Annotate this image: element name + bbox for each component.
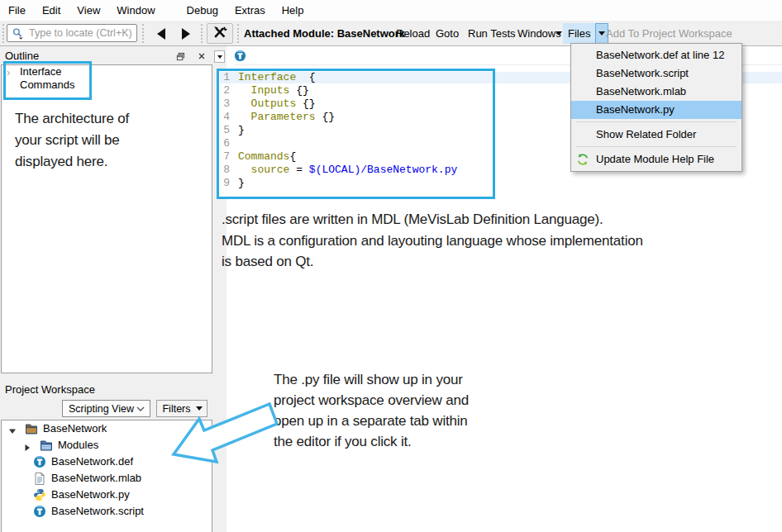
menu-separator	[576, 121, 737, 122]
annotation-line: displayed here.	[15, 151, 129, 173]
menubar-item-view[interactable]: View	[69, 0, 108, 21]
menubar: FileEditViewWindowDebugExtrasHelp	[0, 0, 782, 21]
tree-item-basenetwork-def[interactable]: BaseNetwork.def	[2, 454, 212, 470]
menubar-item-extras[interactable]: Extras	[226, 0, 274, 21]
search-input[interactable]	[27, 26, 136, 40]
annotation-line: .script files are written in MDL (MeVisL…	[222, 209, 643, 230]
back-icon	[157, 28, 165, 40]
view-selector-dropdown[interactable]: Scripting View	[62, 400, 150, 417]
folder-icon	[40, 439, 53, 452]
project-workspace-tree: BaseNetworkModulesBaseNetwork.defBaseNet…	[1, 420, 212, 532]
search-icon	[12, 27, 24, 40]
tree-item-basenetwork-mlab[interactable]: BaseNetwork.mlab	[2, 470, 212, 487]
tree-item-basenetwork-py[interactable]: BaseNetwork.py	[2, 487, 212, 503]
menubar-item-file[interactable]: File	[0, 0, 34, 21]
toolbar-separator	[237, 24, 239, 43]
toolbar-separator	[201, 24, 203, 43]
tree-item-label: BaseNetwork.script	[51, 503, 144, 520]
chevron-down-icon	[556, 31, 562, 36]
menubar-item-help[interactable]: Help	[274, 0, 312, 21]
menu-item-update-module-help-file[interactable]: Update Module Help File	[571, 150, 741, 169]
annotation-line: your script will be	[15, 130, 129, 151]
files-menu-label: Files	[563, 23, 595, 44]
annotation-line: project workspace overview and	[274, 390, 469, 411]
filters-label: Filters	[157, 403, 196, 415]
menu-item-label: BaseNetwork.def at line 12	[596, 49, 724, 61]
close-icon[interactable]	[195, 50, 208, 62]
menu-item-show-related-folder[interactable]: Show Related Folder	[571, 126, 741, 144]
chevron-down-icon	[136, 406, 145, 411]
mdl-annotation: .script files are written in MDL (MeVisL…	[222, 209, 643, 273]
menu-item-label: BaseNetwork.mlab	[596, 85, 686, 97]
annotation-line: open up in a separate tab within	[274, 411, 469, 431]
annotation-line: MDL is a configuration and layouting lan…	[222, 230, 643, 252]
project-workspace-controls: Scripting View Filters	[0, 398, 213, 421]
menu-item-basenetwork-script[interactable]: BaseNetwork.script	[571, 64, 741, 83]
attached-module-label: Attached Module: BaseNetwork	[244, 21, 405, 46]
tree-item-basenetwork[interactable]: BaseNetwork	[2, 420, 212, 437]
windows-menu-button[interactable]: Windows	[517, 21, 561, 46]
menu-item-label: Show Related Folder	[596, 128, 696, 140]
chevron-down-icon	[598, 31, 605, 36]
annotation-line: The architecture of	[15, 108, 129, 130]
menu-item-basenetwork-def-at-line-12[interactable]: BaseNetwork.def at line 12	[571, 46, 741, 64]
project-workspace-header: Project Workspace	[0, 382, 213, 398]
project-folder-icon	[25, 422, 38, 435]
files-menu-button[interactable]: Files	[563, 23, 608, 44]
tree-item-modules[interactable]: Modules	[2, 437, 212, 454]
goto-button[interactable]: Goto	[436, 21, 459, 46]
menu-separator	[576, 146, 737, 147]
project-workspace-title: Project Workspace	[5, 383, 95, 396]
document-icon	[33, 472, 46, 485]
search-box[interactable]	[7, 24, 137, 42]
outline-panel-title: Outline	[5, 50, 39, 62]
breadcrumb-dropdown-button[interactable]	[214, 50, 225, 63]
left-dock: Outline ›InterfaceCommands The architect…	[0, 46, 213, 532]
outline-highlight-box	[3, 61, 92, 100]
files-dropdown-menu: BaseNetwork.def at line 12BaseNetwork.sc…	[570, 43, 742, 172]
refresh-icon	[576, 153, 589, 166]
code-highlight-box	[217, 69, 495, 199]
tree-item-label: Modules	[58, 437, 98, 454]
tree-item-label: BaseNetwork	[43, 420, 107, 437]
menubar-item-debug[interactable]: Debug	[179, 0, 226, 21]
annotation-line: is based on Qt.	[222, 251, 643, 273]
chevron-down-icon	[196, 406, 203, 411]
float-icon[interactable]	[174, 50, 187, 62]
reload-button[interactable]: Reload	[396, 21, 430, 46]
forward-button[interactable]	[174, 24, 197, 43]
menu-item-label: Update Module Help File	[596, 153, 714, 165]
run-tests-button[interactable]: Run Tests	[468, 21, 516, 46]
tree-item-basenetwork-script[interactable]: BaseNetwork.script	[2, 503, 212, 520]
menu-item-basenetwork-py[interactable]: BaseNetwork.py	[571, 101, 741, 119]
back-button[interactable]	[150, 24, 172, 43]
mevislab-icon	[33, 505, 46, 518]
mate-editor-window: FileEditViewWindowDebugExtrasHelp Attach…	[0, 0, 782, 532]
tree-item-label: BaseNetwork.def	[51, 454, 133, 470]
view-selector-value: Scripting View	[63, 403, 136, 415]
tree-item-label: BaseNetwork.py	[51, 487, 130, 503]
menu-item-label: BaseNetwork.py	[596, 103, 675, 116]
mevislab-icon	[234, 50, 246, 62]
tree-item-label: BaseNetwork.mlab	[51, 470, 141, 487]
menu-item-basenetwork-mlab[interactable]: BaseNetwork.mlab	[571, 83, 741, 101]
py-annotation: The .py file will show up in yourproject…	[274, 369, 469, 452]
mevislab-icon	[33, 455, 46, 468]
menubar-item-edit[interactable]: Edit	[34, 0, 69, 21]
menubar-item-window[interactable]: Window	[108, 0, 163, 21]
outline-annotation: The architecture ofyour script will bedi…	[15, 108, 129, 173]
annotation-line: the editor if you click it.	[274, 431, 469, 452]
detach-module-button[interactable]	[207, 23, 233, 44]
wrench-x-icon	[212, 25, 227, 42]
filters-dropdown-button[interactable]: Filters	[156, 400, 207, 417]
forward-icon	[182, 28, 190, 40]
dropdown-arrow-icon	[217, 55, 222, 59]
menu-item-label: BaseNetwork.script	[596, 67, 689, 79]
python-icon	[33, 488, 46, 501]
annotation-line: The .py file will show up in your	[274, 369, 469, 390]
toolbar-separator	[142, 24, 144, 43]
toolbar-separator	[2, 24, 4, 43]
